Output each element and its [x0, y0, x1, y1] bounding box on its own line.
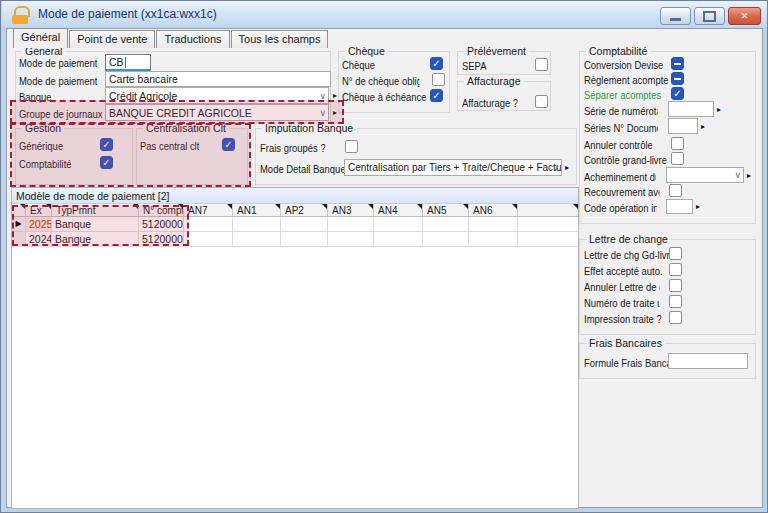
cell-an5[interactable] [423, 217, 469, 232]
gestion-group: Gestion [15, 128, 133, 185]
acheminement-label: Acheminement du paieme [584, 171, 656, 183]
tab-tous-les-champs[interactable]: Tous les champs [231, 30, 329, 48]
cell-ap2[interactable] [281, 232, 328, 247]
lettre-de-change-group-title: Lettre de change [586, 233, 671, 245]
generique-checkbox[interactable] [100, 138, 113, 151]
bank-lookup-arrow[interactable]: ▸ [333, 91, 337, 101]
annuler-controle-checkbox[interactable] [671, 137, 684, 150]
lettre-chg-gdlivre-checkbox[interactable] [669, 247, 682, 260]
close-button[interactable]: ✕ [728, 7, 761, 25]
serie-numerotation-input[interactable] [668, 101, 714, 117]
row-selector-cell[interactable] [12, 232, 26, 247]
code-operation-label: Code opération interbanc [584, 202, 657, 214]
grid-header-ex[interactable]: Ex [26, 204, 52, 217]
pas-central-checkbox[interactable] [222, 138, 235, 151]
payment-model-grid: Modèle de mode de paiement [2] Ex TypPmn… [11, 187, 579, 509]
payment-name-label: Mode de paiement [19, 75, 97, 87]
table-row: 2024 Banque 51200000 [12, 232, 578, 247]
acheminement-select[interactable]: ∨ [666, 167, 744, 183]
grid-header-typpmnt[interactable]: TypPmnt [52, 204, 139, 217]
separer-acomptes-checkbox[interactable] [671, 87, 684, 100]
cell-an3[interactable] [328, 232, 374, 247]
series-document-input[interactable] [668, 118, 698, 134]
imputation-group-title: Imputation Banque [262, 122, 356, 134]
journal-group-select[interactable]: BANQUE CREDIT AGRICOLE∨ [105, 104, 329, 121]
serie-numerotation-lookup-arrow[interactable]: ▸ [717, 105, 721, 115]
journal-lookup-arrow[interactable]: ▸ [333, 108, 337, 118]
formule-frais-input[interactable] [668, 353, 748, 369]
sepa-label: SEPA [462, 60, 487, 72]
bank-label: Banque [19, 91, 52, 103]
row-selector-cell[interactable]: ▶ [12, 217, 26, 232]
chevron-down-icon: ∨ [552, 162, 559, 174]
grid-header-ap2[interactable]: AP2 [281, 204, 328, 217]
grid-header-an6[interactable]: AN6 [469, 204, 518, 217]
grid-header-an3[interactable]: AN3 [328, 204, 374, 217]
conversion-devise-checkbox[interactable] [671, 57, 684, 70]
cell-filler [518, 232, 578, 247]
code-operation-input[interactable] [666, 199, 693, 214]
cell-an5[interactable] [423, 232, 469, 247]
sepa-checkbox[interactable] [535, 58, 548, 71]
acheminement-lookup-arrow[interactable]: ▸ [747, 171, 751, 181]
comptabilite-flag-checkbox[interactable] [100, 156, 113, 169]
chevron-down-icon: ∨ [319, 107, 326, 119]
payment-code-input[interactable]: CB [105, 54, 151, 71]
impression-traite-checkbox[interactable] [669, 311, 682, 324]
cheque-echeance-checkbox[interactable] [430, 89, 443, 102]
cell-an1[interactable] [233, 232, 281, 247]
cell-an7[interactable] [184, 232, 233, 247]
cheque-group-title: Chèque [345, 45, 388, 57]
controle-grand-livre-checkbox[interactable] [671, 152, 684, 165]
tab-strip: Général Point de vente Traductions Tous … [13, 30, 329, 48]
cheque-num-oblig-checkbox[interactable] [432, 73, 445, 86]
recouvrement-checkbox[interactable] [669, 184, 682, 197]
cell-an6[interactable] [469, 232, 518, 247]
cell-compte[interactable]: 51200000 [139, 217, 184, 232]
frais-groupes-checkbox[interactable] [345, 140, 358, 153]
cell-ex[interactable]: 2025 [26, 217, 52, 232]
cell-compte[interactable]: 51200000 [139, 232, 184, 247]
gestion-group-title: Gestion [22, 122, 64, 134]
annuler-lettre-checkbox[interactable] [669, 279, 682, 292]
cell-an4[interactable] [374, 217, 423, 232]
reglement-acompte-checkbox[interactable] [671, 72, 684, 85]
cell-ex[interactable]: 2024 [26, 232, 52, 247]
grid-header-an5[interactable]: AN5 [423, 204, 469, 217]
tab-point-de-vente[interactable]: Point de vente [69, 30, 155, 48]
cell-an7[interactable] [184, 217, 233, 232]
cell-an1[interactable] [233, 217, 281, 232]
title-bar[interactable]: Mode de paiement (xx1ca:wxx1c) [2, 1, 768, 27]
grid-header-an7[interactable]: AN7 [184, 204, 233, 217]
cell-ap2[interactable] [281, 217, 328, 232]
minimize-button[interactable] [660, 7, 691, 25]
numero-traite-label: Numéro de traite unique [584, 297, 660, 309]
mode-detail-select[interactable]: Centralisation par Tiers + Traite/Cheque… [344, 159, 562, 176]
cell-an4[interactable] [374, 232, 423, 247]
cheque-checkbox[interactable] [430, 57, 443, 70]
grid-header-an1[interactable]: AN1 [233, 204, 281, 217]
payment-name-input[interactable]: Carte bancaire [105, 71, 331, 87]
cell-typpmnt[interactable]: Banque [52, 217, 139, 232]
cell-typpmnt[interactable]: Banque [52, 232, 139, 247]
code-operation-lookup-arrow[interactable]: ▸ [696, 202, 700, 212]
chevron-down-icon: ∨ [319, 90, 326, 102]
grid-header-compte[interactable]: N° compte [139, 204, 184, 217]
frais-groupes-label: Frais groupés ? [260, 142, 326, 154]
effet-accepte-checkbox[interactable] [669, 263, 682, 276]
series-document-lookup-arrow[interactable]: ▸ [701, 122, 705, 132]
comptabilite-flag-label: Comptabilité [19, 158, 72, 170]
maximize-button[interactable] [694, 7, 725, 25]
cell-an6[interactable] [469, 217, 518, 232]
grid-header-an4[interactable]: AN4 [374, 204, 423, 217]
mode-detail-lookup-arrow[interactable]: ▸ [565, 163, 569, 173]
prelevement-group-title: Prélévement [464, 45, 529, 57]
cell-an3[interactable] [328, 217, 374, 232]
grid-header-selector[interactable] [12, 204, 26, 217]
tab-general[interactable]: Général [13, 28, 68, 48]
bank-select[interactable]: Crédit Agricole∨ [105, 87, 329, 104]
affacturage-checkbox[interactable] [535, 95, 548, 108]
tab-traductions[interactable]: Traductions [156, 30, 229, 48]
imputation-group: Imputation Banque [255, 128, 577, 185]
numero-traite-checkbox[interactable] [669, 295, 682, 308]
